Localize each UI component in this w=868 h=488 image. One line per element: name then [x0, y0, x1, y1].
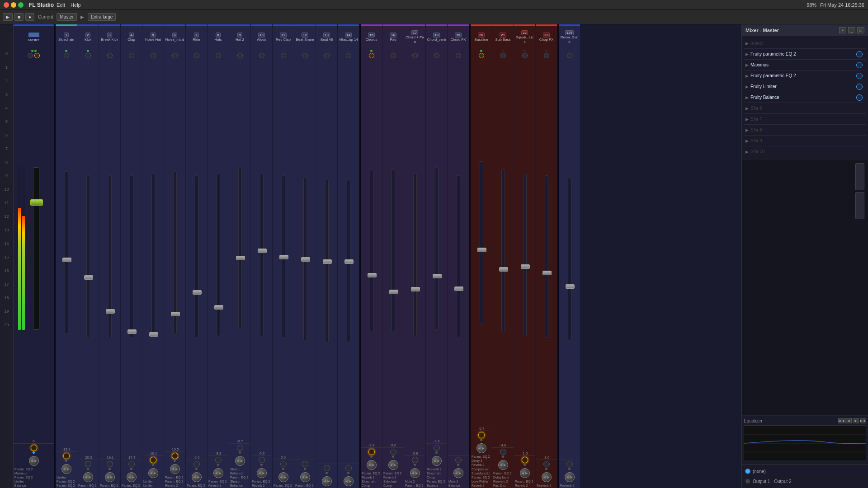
- master-ctrl-1[interactable]: [28, 53, 33, 58]
- ch4-fader-track[interactable]: [130, 175, 133, 338]
- ch11-send[interactable]: [280, 461, 287, 467]
- ch4-send[interactable]: [128, 461, 135, 467]
- channel-20[interactable]: 20 Bassline -0.7 ◄► Param. EQ 2Delay 3Re…: [471, 24, 492, 488]
- ch19-fader-track[interactable]: [457, 175, 460, 338]
- ch17-pan[interactable]: ◄►: [410, 468, 420, 478]
- fx-slot-10[interactable]: ▶ Slot 10: [744, 146, 866, 157]
- channel-11[interactable]: 11 Rev Clap 0.5 ◄► Param. EQ 2: [273, 24, 294, 488]
- ch20-send[interactable]: [478, 432, 485, 438]
- ch6-send[interactable]: [172, 453, 178, 459]
- ch1-pan[interactable]: ◄►: [61, 464, 71, 474]
- fx-panel-close-btn[interactable]: ×: [839, 27, 846, 33]
- channel-21[interactable]: 21 Sub Bass -4.6 ◄► Param. EQ 2Delay ban…: [492, 24, 514, 488]
- ch1-fader-track[interactable]: [65, 171, 68, 334]
- eq-prev-btn[interactable]: ◄◄: [838, 418, 844, 423]
- menu-help[interactable]: Help: [71, 2, 81, 8]
- master-channel-btn[interactable]: Master: [57, 13, 77, 21]
- channel-15[interactable]: 15 Chords -8.8 ◄► Param. EQ 2Reverb 2Sid…: [361, 24, 382, 488]
- channel-17[interactable]: 17 Chord + Pad -3.9 ◄► Mute 2Param. EQ 2: [404, 24, 426, 488]
- ch4-pan[interactable]: ◄►: [127, 472, 137, 482]
- channel-18[interactable]: 18 Chord_verb -3.6 ◄► Reeverb 2Sidechain…: [426, 24, 448, 488]
- ch16-pan[interactable]: ◄►: [388, 460, 398, 470]
- ch5-fader[interactable]: [149, 332, 158, 337]
- fx-slot-3-power[interactable]: [856, 73, 863, 79]
- channel-10[interactable]: 10 Wood -0.2 ◄► Param. EQ 2Reverb 2: [251, 24, 273, 488]
- ch12-fader-track[interactable]: [303, 178, 307, 340]
- ch23-send[interactable]: [543, 461, 550, 467]
- fx-slot-1[interactable]: ▶ Fruity parametric EQ 2: [744, 49, 866, 60]
- channel-125[interactable]: 125 Rever..Send ◄► Reeverb 2: [559, 24, 580, 488]
- ch6-fader[interactable]: [171, 312, 180, 316]
- ch7-send[interactable]: [193, 461, 200, 467]
- channel-5[interactable]: 5 Noise Hat -16.1 ◄► LimiterLimiter: [142, 24, 164, 488]
- ch6-pan[interactable]: ◄►: [170, 464, 180, 474]
- ch16-send[interactable]: [390, 449, 396, 455]
- ch12-send[interactable]: [302, 461, 308, 467]
- channel-22[interactable]: 22 Squair...luck -1.5 ◄► Param. EQ 2Reve…: [514, 24, 536, 488]
- ch8-send[interactable]: [215, 457, 222, 463]
- toolbar-icon-btn[interactable]: ▶: [3, 13, 13, 21]
- channel-19[interactable]: 19 Chord FX ◄► Mute 2Balance: [448, 24, 469, 488]
- ch125-fader-track[interactable]: [568, 178, 571, 340]
- ch21-pan[interactable]: ◄►: [498, 460, 508, 470]
- fx-slot-0[interactable]: ▶ (none): [744, 38, 866, 49]
- master-send-btn[interactable]: [31, 445, 37, 451]
- ch5-pan[interactable]: ◄►: [148, 468, 158, 478]
- master-pan-knob[interactable]: ◄►: [29, 456, 39, 466]
- fx-slot-7[interactable]: ▶ Slot 7: [744, 114, 866, 125]
- ch17-fader-track[interactable]: [413, 174, 417, 336]
- ch15-send[interactable]: [368, 449, 375, 455]
- fx-slot-9[interactable]: ▶ Slot 9: [744, 136, 866, 146]
- channel-9[interactable]: 9 Hat 2 -0.7 ◄► Stereo EnhancerParam. EQ…: [229, 24, 251, 488]
- ch9-pan[interactable]: ◄►: [235, 456, 245, 466]
- channel-14[interactable]: 14 Attac..ap 14 ◄►: [338, 24, 359, 488]
- ch10-send[interactable]: [259, 457, 265, 463]
- ch18-pan[interactable]: ◄►: [432, 456, 442, 466]
- channel-4[interactable]: 4 Clap -17.7 ◄► Param. EQ 2: [121, 24, 142, 488]
- ch7-pan[interactable]: ◄►: [192, 472, 202, 482]
- toolbar-stop-btn[interactable]: ■: [14, 13, 24, 21]
- master-fader-handle[interactable]: [30, 199, 43, 206]
- ch10-fader[interactable]: [258, 249, 267, 253]
- channel-16[interactable]: 16 Pad -5.0 ◄► Param. EQ 2Reverb 2Sidech…: [382, 24, 404, 488]
- ch15-fader-track[interactable]: [370, 169, 373, 332]
- menu-edit[interactable]: Edit: [57, 2, 65, 8]
- ch9-fader-track[interactable]: [238, 167, 242, 330]
- fx-slot-2-power[interactable]: [856, 62, 863, 68]
- fx-slot-4-power[interactable]: [856, 84, 863, 90]
- ch3-send[interactable]: [107, 461, 113, 467]
- ch7-fader[interactable]: [193, 290, 202, 295]
- output-none-row[interactable]: (none): [745, 466, 864, 476]
- fx-slot-5-power[interactable]: [856, 94, 863, 101]
- master-channel[interactable]: Master: [14, 24, 54, 488]
- ch14-pan[interactable]: ◄►: [344, 476, 354, 486]
- ch16-fader-track[interactable]: [392, 169, 395, 332]
- ch20-pan[interactable]: ◄►: [476, 443, 486, 453]
- ch8-fader-track[interactable]: [217, 174, 220, 336]
- ch19-pan[interactable]: ◄►: [453, 468, 463, 478]
- ch17-fader[interactable]: [411, 287, 420, 291]
- ch22-send[interactable]: [522, 457, 528, 463]
- ch20-fader[interactable]: [477, 248, 486, 252]
- ch11-fader-track[interactable]: [282, 175, 285, 338]
- ch125-fader[interactable]: [566, 284, 575, 289]
- channel-6[interactable]: 6 Noise_mbal -10.5 ◄► Param. EQ 2Param. …: [164, 24, 186, 488]
- ch13-send[interactable]: [324, 465, 330, 471]
- ch10-pan[interactable]: ◄►: [257, 468, 267, 478]
- fx-slot-1-power[interactable]: [856, 51, 863, 57]
- minimize-button[interactable]: [11, 2, 16, 8]
- ch14-fader[interactable]: [344, 259, 354, 264]
- output-row[interactable]: Output 1 - Output 2: [745, 476, 864, 486]
- ch9-send[interactable]: [237, 445, 243, 451]
- ch22-fader-track[interactable]: [523, 174, 527, 336]
- fx-slot-6[interactable]: ▶ Slot 6: [744, 103, 866, 114]
- ch23-fader-track[interactable]: [545, 175, 548, 338]
- fx-slot-5[interactable]: ▶ Fruity Balance: [744, 92, 866, 103]
- ch10-fader-track[interactable]: [260, 174, 264, 336]
- channel-1[interactable]: 1 Sidechain -13.8: [56, 24, 77, 488]
- ch5-fader-track[interactable]: [151, 174, 155, 336]
- ch19-fader[interactable]: [454, 286, 463, 291]
- ch18-fader[interactable]: [433, 274, 442, 278]
- ch3-fader-track[interactable]: [108, 175, 112, 338]
- channel-2[interactable]: 2 Kick -20.5 ◄► Param. EQ 2: [77, 24, 99, 488]
